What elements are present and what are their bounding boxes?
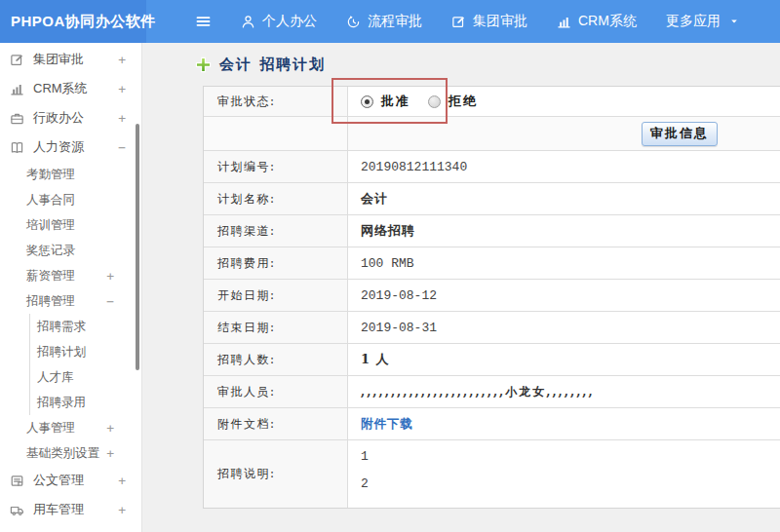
expand-plus-icon[interactable]: + (106, 421, 114, 436)
approval-status-row: 审批状态: 批准 拒绝 (204, 87, 780, 117)
field-value: 20190812111340 (348, 151, 780, 182)
sidebar-item-14[interactable]: 招聘录用 (29, 390, 141, 415)
topnav-item-2[interactable]: 流程审批 (346, 13, 422, 30)
sidebar-item-18[interactable]: 用车管理+ (0, 495, 141, 524)
collapse-minus-icon[interactable]: − (106, 294, 114, 309)
expand-plus-icon[interactable]: + (118, 111, 126, 126)
sidebar-scrollbar-thumb[interactable] (136, 124, 139, 370)
sidebar-item-label: 人事管理 (26, 420, 106, 437)
sidebar-item-label: 用车管理 (33, 501, 118, 518)
field-row-2: 计划名称:会计 (204, 183, 780, 215)
sidebar-item-label: CRM系统 (33, 80, 118, 97)
sidebar-item-11[interactable]: 招聘需求 (29, 314, 141, 339)
expand-plus-icon[interactable]: + (118, 474, 126, 488)
field-label: 开始日期: (204, 280, 348, 311)
sidebar-item-7[interactable]: 培训管理 (0, 212, 141, 238)
collapse-minus-icon[interactable]: − (118, 140, 126, 155)
expand-plus-icon[interactable]: + (118, 82, 126, 96)
sidebar-item-label: 人事合同 (26, 192, 114, 209)
field-value-text: 会计 (361, 190, 388, 208)
book-icon (10, 140, 25, 155)
chart-icon (557, 15, 571, 29)
sidebar-item-label: 薪资管理 (26, 268, 106, 285)
field-label: 结束日期: (204, 312, 348, 343)
sidebar-item-17[interactable]: 公文管理+ (0, 466, 141, 495)
expand-plus-icon[interactable]: + (106, 446, 114, 461)
topnav-item-1[interactable]: 个人办公 (241, 13, 317, 30)
field-value: 2019-08-12 (348, 280, 780, 311)
sidebar-item-8[interactable]: 奖惩记录 (0, 238, 141, 263)
top-nav: 个人办公流程审批集团审批CRM系统更多应用 (195, 0, 739, 43)
topnav-item-label: 个人办公 (262, 13, 317, 30)
field-label: 招聘渠道: (204, 215, 348, 247)
topnav-item-3[interactable]: 集团审批 (451, 13, 527, 30)
field-value: 会计 (348, 183, 780, 214)
sidebar-item-label: 招聘计划 (37, 344, 86, 361)
topnav-item-4[interactable]: CRM系统 (557, 13, 637, 30)
doc-icon (10, 474, 25, 488)
field-row-8: 审批人员:,,,,,,,,,,,,,,,,,,,,,,,,小龙女,,,,,,,, (204, 376, 780, 408)
top-bar: PHPOA协同办公软件 个人办公流程审批集团审批CRM系统更多应用 (0, 0, 780, 43)
sidebar-item-12[interactable]: 招聘计划 (29, 339, 141, 364)
sidebar-item-label: 培训管理 (26, 217, 114, 234)
approve-radio-label: 批准 (381, 93, 410, 110)
app-logo: PHPOA协同办公软件 (0, 0, 146, 43)
sidebar-item-3[interactable]: 行政办公+ (0, 103, 141, 133)
edit-square-icon (451, 15, 466, 29)
field-row-3: 招聘渠道:网络招聘 (204, 215, 780, 247)
topnav-item-label: CRM系统 (578, 13, 637, 30)
field-label: 附件文档: (204, 408, 348, 439)
sidebar-item-4[interactable]: 人力资源− (0, 133, 141, 162)
sidebar-item-label: 奖惩记录 (26, 243, 114, 259)
approval-status-label: 审批状态: (204, 87, 348, 116)
expand-plus-icon[interactable]: + (118, 503, 126, 517)
sidebar-item-label: 公文管理 (33, 472, 118, 489)
expand-plus-icon[interactable]: + (118, 53, 126, 67)
edit-square-icon (10, 53, 25, 67)
sidebar-item-6[interactable]: 人事合同 (0, 187, 141, 212)
add-plus-icon (195, 57, 212, 73)
briefcase-icon (10, 111, 25, 126)
field-value-line: 1 (361, 449, 369, 464)
sidebar-item-1[interactable]: 集团审批+ (0, 45, 141, 74)
field-value: 1 人 (348, 344, 780, 375)
field-label: 计划编号: (204, 151, 348, 182)
sidebar-item-5[interactable]: 考勤管理 (0, 162, 141, 187)
reject-radio-label: 拒绝 (448, 93, 478, 110)
sidebar-item-13[interactable]: 人才库 (29, 364, 141, 390)
sidebar: 集团审批+CRM系统+行政办公+人力资源−考勤管理人事合同培训管理奖惩记录薪资管… (0, 43, 142, 532)
sidebar-item-16[interactable]: 基础类别设置+ (0, 440, 141, 466)
approve-radio[interactable] (361, 95, 373, 108)
hamburger-icon[interactable] (195, 14, 212, 29)
field-row-4: 招聘费用:100 RMB (204, 247, 780, 280)
sidebar-item-label: 招聘录用 (37, 395, 86, 411)
field-value-text: 2019-08-31 (361, 321, 437, 335)
field-value: ,,,,,,,,,,,,,,,,,,,,,,,,小龙女,,,,,,,, (348, 376, 780, 407)
chart-icon (10, 82, 25, 96)
person-icon (241, 15, 255, 29)
approval-info-label-cell (204, 117, 348, 150)
reject-radio[interactable] (428, 95, 441, 108)
field-value-line: 2 (361, 476, 369, 491)
topnav-item-5[interactable]: 更多应用 (666, 13, 739, 30)
main-content: 会计 招聘计划 审批状态: 批准 拒绝 审批信息 计划编号:2019081211… (142, 43, 780, 532)
field-value: 附件下载 (348, 408, 780, 439)
field-row-1: 计划编号:20190812111340 (204, 151, 780, 183)
field-label: 招聘费用: (204, 247, 348, 279)
field-label: 招聘说明: (204, 440, 348, 508)
sidebar-item-10[interactable]: 招聘管理− (0, 288, 141, 314)
field-row-9: 附件文档:附件下载 (204, 408, 780, 440)
attachment-download-link[interactable]: 附件下载 (361, 416, 413, 433)
field-value: 12 (348, 440, 780, 508)
approval-info-button[interactable]: 审批信息 (642, 122, 718, 146)
caret-down-icon (729, 17, 739, 26)
flow-icon (346, 15, 361, 29)
sidebar-item-2[interactable]: CRM系统+ (0, 74, 141, 103)
field-value: 网络招聘 (348, 215, 780, 247)
topnav-item-label: 流程审批 (368, 13, 422, 30)
sidebar-item-9[interactable]: 薪资管理+ (0, 263, 141, 288)
expand-plus-icon[interactable]: + (106, 269, 114, 284)
page-title-row: 会计 招聘计划 (142, 43, 780, 74)
sidebar-item-label: 招聘需求 (37, 319, 86, 335)
sidebar-item-15[interactable]: 人事管理+ (0, 415, 141, 440)
